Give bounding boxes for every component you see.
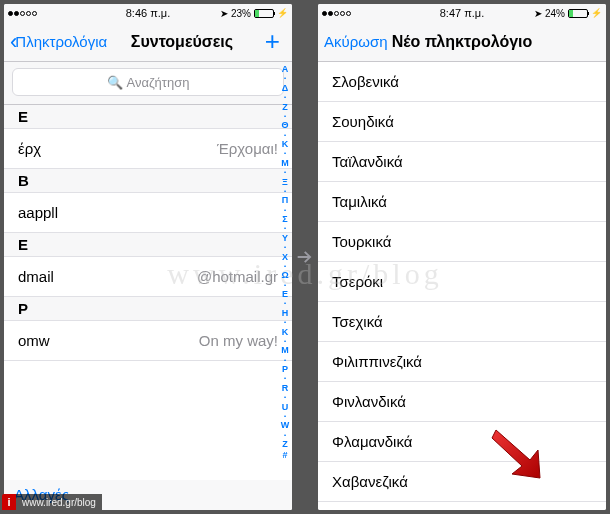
- shortcut-list: EέρχΈρχομαι!BaappllEdmail@hotmail.grPomw…: [4, 105, 292, 510]
- section-header: E: [4, 105, 292, 129]
- index-letter[interactable]: •: [284, 282, 286, 290]
- index-letter[interactable]: Μ: [281, 345, 289, 356]
- index-letter[interactable]: •: [284, 169, 286, 177]
- shortcut-key: aappll: [18, 204, 58, 221]
- transition-arrow-icon: [292, 246, 318, 268]
- language-row[interactable]: Σουηδικά: [318, 102, 606, 142]
- language-row[interactable]: Ταϊλανδικά: [318, 142, 606, 182]
- shortcut-key: dmail: [18, 268, 54, 285]
- pointer-arrow-icon: [486, 424, 546, 484]
- index-letter[interactable]: Ω: [281, 270, 288, 281]
- language-row[interactable]: Τουρκικά: [318, 222, 606, 262]
- location-icon: ➤: [534, 8, 542, 19]
- index-letter[interactable]: •: [284, 188, 286, 196]
- shortcut-row[interactable]: έρχΈρχομαι!: [4, 129, 292, 169]
- shortcut-key: omw: [18, 332, 50, 349]
- back-label: Πληκτρολόγια: [15, 33, 107, 50]
- index-letter[interactable]: Ζ: [282, 102, 288, 113]
- section-header: E: [4, 233, 292, 257]
- index-letter[interactable]: •: [284, 394, 286, 402]
- shortcut-row[interactable]: dmail@hotmail.gr: [4, 257, 292, 297]
- language-row[interactable]: Τσεχικά: [318, 302, 606, 342]
- index-letter[interactable]: •: [284, 263, 286, 271]
- index-letter[interactable]: Π: [282, 195, 289, 206]
- index-letter[interactable]: Θ: [281, 120, 288, 131]
- battery-icon: [254, 9, 274, 18]
- shortcut-row[interactable]: omwOn my way!: [4, 321, 292, 361]
- cancel-button[interactable]: Ακύρωση: [324, 33, 388, 50]
- index-letter[interactable]: Ε: [282, 289, 288, 300]
- index-letter[interactable]: •: [284, 113, 286, 121]
- language-row[interactable]: Χαβανεζικά: [318, 462, 606, 502]
- nav-title: Νέο πληκτρολόγιο: [392, 33, 533, 51]
- index-letter[interactable]: •: [284, 244, 286, 252]
- language-row[interactable]: Σλοβενικά: [318, 62, 606, 102]
- nav-bar: Ακύρωση Νέο πληκτρολόγιο: [318, 22, 606, 62]
- index-letter[interactable]: Η: [282, 308, 289, 319]
- credit-logo-icon: i: [2, 494, 16, 510]
- language-row[interactable]: Ταμιλικά: [318, 182, 606, 222]
- search-icon: 🔍: [107, 75, 123, 90]
- index-letter[interactable]: Z: [282, 439, 288, 450]
- search-input[interactable]: 🔍 Αναζήτηση: [12, 68, 284, 96]
- language-row[interactable]: Χίντι: [318, 502, 606, 510]
- charging-icon: ⚡: [277, 8, 288, 18]
- signal-dots-icon: [322, 11, 351, 16]
- right-phone: 8:47 π.μ. ➤ 24% ⚡ Ακύρωση Νέο πληκτρολόγ…: [318, 4, 606, 510]
- credit-text: www.ired.gr/blog: [16, 494, 102, 510]
- index-letter[interactable]: U: [282, 402, 289, 413]
- index-letter[interactable]: •: [284, 432, 286, 440]
- index-letter[interactable]: •: [284, 75, 286, 83]
- language-row[interactable]: Φλαμανδικά: [318, 422, 606, 462]
- index-letter[interactable]: •: [284, 357, 286, 365]
- index-letter[interactable]: Χ: [282, 252, 288, 263]
- signal-dots-icon: [8, 11, 37, 16]
- index-letter[interactable]: •: [284, 338, 286, 346]
- index-letter[interactable]: #: [282, 450, 287, 461]
- status-time: 8:46 π.μ.: [126, 7, 171, 19]
- status-time: 8:47 π.μ.: [440, 7, 485, 19]
- index-letter[interactable]: •: [284, 132, 286, 140]
- index-letter[interactable]: R: [282, 383, 289, 394]
- language-row[interactable]: Φινλανδικά: [318, 382, 606, 422]
- index-letter[interactable]: Σ: [282, 214, 287, 225]
- index-strip[interactable]: Α•Δ•Ζ•Θ•Κ•Μ•Ξ•Π•Σ•Υ•Χ•Ω•Ε•Η•Κ•Μ•Ρ•R•U•W•…: [278, 62, 292, 510]
- location-icon: ➤: [220, 8, 228, 19]
- index-letter[interactable]: •: [284, 207, 286, 215]
- left-phone: 8:46 π.μ. ➤ 23% ⚡ ‹ Πληκτρολόγια Συντομε…: [4, 4, 292, 510]
- add-button[interactable]: +: [259, 26, 286, 57]
- shortcut-value: @hotmail.gr: [197, 268, 278, 285]
- index-letter[interactable]: W: [281, 420, 290, 431]
- index-letter[interactable]: •: [284, 94, 286, 102]
- index-letter[interactable]: Δ: [282, 83, 288, 94]
- index-letter[interactable]: Μ: [281, 158, 289, 169]
- index-letter[interactable]: Κ: [282, 139, 289, 150]
- index-letter[interactable]: •: [284, 225, 286, 233]
- nav-bar: ‹ Πληκτρολόγια Συντομεύσεις +: [4, 22, 292, 62]
- index-letter[interactable]: Α: [282, 64, 289, 75]
- language-list: ΣλοβενικάΣουηδικάΤαϊλανδικάΤαμιλικάΤουρκ…: [318, 62, 606, 510]
- search-wrap: 🔍 Αναζήτηση: [4, 62, 292, 105]
- index-letter[interactable]: Υ: [282, 233, 288, 244]
- shortcut-value: Έρχομαι!: [217, 140, 278, 157]
- index-letter[interactable]: •: [284, 375, 286, 383]
- credit-bar: i www.ired.gr/blog: [2, 494, 102, 510]
- index-letter[interactable]: •: [284, 150, 286, 158]
- index-letter[interactable]: •: [284, 413, 286, 421]
- index-letter[interactable]: •: [284, 319, 286, 327]
- index-letter[interactable]: Ξ: [282, 177, 288, 188]
- back-button[interactable]: ‹ Πληκτρολόγια: [10, 31, 107, 53]
- index-letter[interactable]: Κ: [282, 327, 289, 338]
- shortcut-key: έρχ: [18, 140, 41, 157]
- section-header: P: [4, 297, 292, 321]
- language-row[interactable]: Φιλιππινεζικά: [318, 342, 606, 382]
- battery-icon: [568, 9, 588, 18]
- language-row[interactable]: Τσερόκι: [318, 262, 606, 302]
- index-letter[interactable]: Ρ: [282, 364, 288, 375]
- section-header: B: [4, 169, 292, 193]
- shortcut-value: On my way!: [199, 332, 278, 349]
- shortcut-row[interactable]: aappll: [4, 193, 292, 233]
- status-bar: 8:46 π.μ. ➤ 23% ⚡: [4, 4, 292, 22]
- index-letter[interactable]: •: [284, 300, 286, 308]
- battery-percent: 23%: [231, 8, 251, 19]
